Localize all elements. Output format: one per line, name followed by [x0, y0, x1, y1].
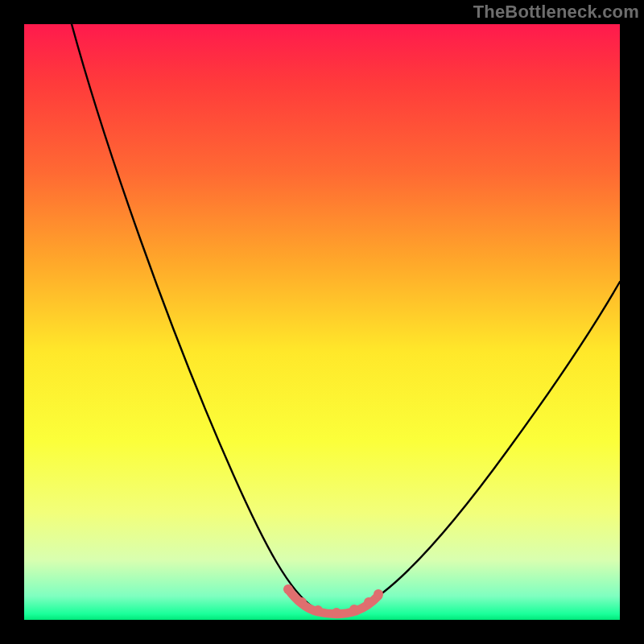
chart-frame: TheBottleneck.com: [0, 0, 644, 644]
svg-point-4: [349, 605, 359, 614]
bottleneck-curve: [72, 24, 620, 613]
svg-point-1: [297, 597, 307, 607]
svg-point-6: [374, 589, 383, 599]
watermark-text: TheBottleneck.com: [473, 2, 639, 23]
svg-point-0: [283, 584, 293, 594]
svg-point-3: [332, 608, 341, 617]
svg-point-5: [364, 597, 374, 607]
chart-plot-area: [24, 24, 620, 620]
highlight-dots: [283, 584, 383, 617]
svg-point-2: [313, 605, 323, 615]
chart-svg: [24, 24, 620, 620]
